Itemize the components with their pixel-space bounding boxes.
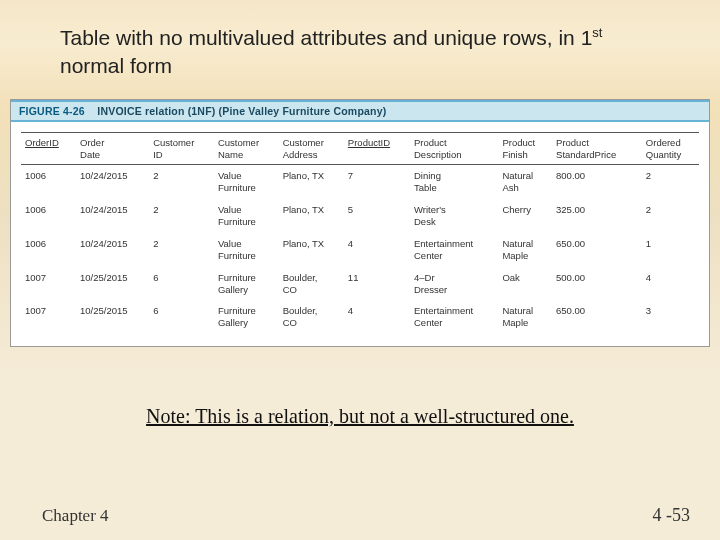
table-cell: Plano, TX	[279, 233, 344, 267]
table-cell: 4	[344, 300, 410, 334]
table-cell: NaturalAsh	[498, 165, 552, 199]
figure-label: FIGURE 4-26	[19, 105, 85, 117]
table-cell: 4	[642, 267, 699, 301]
table-cell: 2	[642, 165, 699, 199]
table-row: 100610/24/20152ValueFurniturePlano, TX4E…	[21, 233, 699, 267]
table-cell: 1006	[21, 165, 76, 199]
column-header: OrderID	[21, 132, 76, 165]
table-cell: 650.00	[552, 233, 642, 267]
table-cell: NaturalMaple	[498, 300, 552, 334]
table-cell: ValueFurniture	[214, 233, 279, 267]
table-cell: NaturalMaple	[498, 233, 552, 267]
column-header: CustomerName	[214, 132, 279, 165]
table-cell: Boulder,CO	[279, 300, 344, 334]
table-cell: 10/25/2015	[76, 300, 149, 334]
column-header: OrderedQuantity	[642, 132, 699, 165]
note-text: Note: This is a relation, but not a well…	[0, 405, 720, 428]
table-cell: Boulder,CO	[279, 267, 344, 301]
table-cell: 4–DrDresser	[410, 267, 498, 301]
table-cell: 10/25/2015	[76, 267, 149, 301]
figure-caption-text: INVOICE relation (1NF) (Pine Valley Furn…	[97, 105, 386, 117]
invoice-table: OrderIDOrderDateCustomerIDCustomerNameCu…	[21, 132, 699, 335]
table-cell: Plano, TX	[279, 199, 344, 233]
table-body: 100610/24/20152ValueFurniturePlano, TX7D…	[21, 165, 699, 334]
table-cell: 1006	[21, 233, 76, 267]
table-cell: 3	[642, 300, 699, 334]
table-cell: 1	[642, 233, 699, 267]
table-row: 100710/25/20156FurnitureGalleryBoulder,C…	[21, 267, 699, 301]
table-row: 100710/25/20156FurnitureGalleryBoulder,C…	[21, 300, 699, 334]
table-cell: 1006	[21, 199, 76, 233]
column-header: ProductID	[344, 132, 410, 165]
table-cell: ValueFurniture	[214, 199, 279, 233]
table-cell: 650.00	[552, 300, 642, 334]
table-cell: Oak	[498, 267, 552, 301]
table-cell: 7	[344, 165, 410, 199]
column-header: ProductFinish	[498, 132, 552, 165]
table-cell: FurnitureGallery	[214, 300, 279, 334]
table-cell: EntertainmentCenter	[410, 233, 498, 267]
figure-caption-bar: FIGURE 4-26 INVOICE relation (1NF) (Pine…	[11, 100, 709, 122]
table-cell: ValueFurniture	[214, 165, 279, 199]
table-cell: 10/24/2015	[76, 199, 149, 233]
table-cell: 11	[344, 267, 410, 301]
table-cell: 10/24/2015	[76, 165, 149, 199]
table-cell: 1007	[21, 267, 76, 301]
table-cell: DiningTable	[410, 165, 498, 199]
table-cell: Writer'sDesk	[410, 199, 498, 233]
chapter-label: Chapter 4	[42, 506, 109, 526]
table-cell: 800.00	[552, 165, 642, 199]
column-header: ProductDescription	[410, 132, 498, 165]
table-header: OrderIDOrderDateCustomerIDCustomerNameCu…	[21, 132, 699, 165]
table-cell: 2	[149, 165, 214, 199]
table-cell: 325.00	[552, 199, 642, 233]
table-cell: EntertainmentCenter	[410, 300, 498, 334]
column-header: CustomerAddress	[279, 132, 344, 165]
title-sup: st	[592, 25, 602, 40]
table-cell: 5	[344, 199, 410, 233]
table-cell: 6	[149, 300, 214, 334]
table-cell: 2	[149, 199, 214, 233]
figure-container: FIGURE 4-26 INVOICE relation (1NF) (Pine…	[10, 99, 710, 348]
table-cell: 1007	[21, 300, 76, 334]
table-cell: 2	[642, 199, 699, 233]
table-cell: Plano, TX	[279, 165, 344, 199]
table-cell: 4	[344, 233, 410, 267]
table-cell: Cherry	[498, 199, 552, 233]
title-part-1: Table with no multivalued attributes and…	[60, 26, 592, 49]
column-header: CustomerID	[149, 132, 214, 165]
title-part-2: normal form	[60, 54, 172, 77]
table-wrapper: OrderIDOrderDateCustomerIDCustomerNameCu…	[11, 122, 709, 347]
table-cell: 6	[149, 267, 214, 301]
column-header: ProductStandardPrice	[552, 132, 642, 165]
page-number: 4 -53	[653, 505, 691, 526]
slide-title: Table with no multivalued attributes and…	[0, 0, 720, 91]
table-row: 100610/24/20152ValueFurniturePlano, TX7D…	[21, 165, 699, 199]
table-cell: FurnitureGallery	[214, 267, 279, 301]
table-cell: 10/24/2015	[76, 233, 149, 267]
table-row: 100610/24/20152ValueFurniturePlano, TX5W…	[21, 199, 699, 233]
table-cell: 500.00	[552, 267, 642, 301]
column-header: OrderDate	[76, 132, 149, 165]
table-cell: 2	[149, 233, 214, 267]
